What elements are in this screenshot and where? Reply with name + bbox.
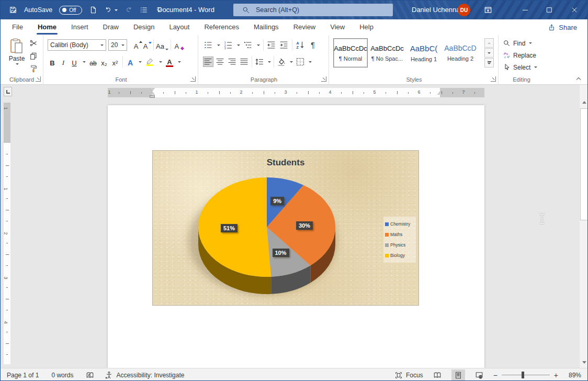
chevron-down-icon[interactable] bbox=[257, 44, 260, 46]
change-case-button[interactable]: Aa bbox=[156, 40, 168, 50]
clear-formatting-button[interactable]: A bbox=[173, 40, 180, 50]
autosave-toggle[interactable]: Off bbox=[59, 6, 82, 15]
print-layout-button[interactable] bbox=[451, 369, 465, 380]
numbering-button[interactable]: 123 bbox=[223, 40, 233, 50]
replace-button[interactable]: bc Replace bbox=[503, 51, 536, 59]
tab-file[interactable]: File bbox=[5, 19, 30, 35]
scrollbar-thumb[interactable] bbox=[580, 108, 588, 220]
pie-data-label-biology[interactable]: 51% bbox=[221, 224, 238, 232]
students-pie-chart[interactable]: Students 9%30%10%51% ChemistryMathsPhysi… bbox=[152, 150, 419, 306]
increase-indent-button[interactable] bbox=[279, 40, 289, 50]
zoom-slider[interactable]: − + bbox=[493, 371, 558, 379]
subscript-button[interactable]: x₂ bbox=[100, 57, 108, 67]
sort-button[interactable]: AZ bbox=[296, 40, 305, 50]
font-color-button[interactable]: A bbox=[166, 57, 173, 67]
tab-insert[interactable]: Insert bbox=[64, 19, 96, 35]
maximize-button[interactable] bbox=[540, 1, 558, 19]
first-line-indent-marker[interactable] bbox=[150, 88, 155, 91]
pie-data-label-chemistry[interactable]: 9% bbox=[270, 197, 284, 205]
tab-help[interactable]: Help bbox=[352, 19, 381, 35]
zoom-percentage[interactable]: 89% bbox=[566, 372, 581, 379]
left-indent-marker[interactable] bbox=[150, 95, 155, 98]
vertical-scrollbar[interactable] bbox=[579, 85, 588, 368]
bold-button[interactable]: B bbox=[49, 57, 56, 67]
tab-review[interactable]: Review bbox=[286, 19, 323, 35]
redo-button[interactable] bbox=[125, 6, 133, 14]
chevron-down-icon[interactable] bbox=[83, 61, 86, 63]
save-icon[interactable] bbox=[9, 6, 17, 14]
chevron-down-icon[interactable] bbox=[139, 61, 142, 63]
horizontal-ruler[interactable]: 11234567 bbox=[108, 88, 484, 97]
undo-dropdown-caret-icon[interactable] bbox=[115, 9, 118, 11]
justify-button[interactable] bbox=[240, 57, 249, 66]
hanging-indent-marker[interactable] bbox=[150, 92, 155, 95]
search-box[interactable]: Search (Alt+Q) bbox=[233, 4, 393, 16]
style-item-heading-2[interactable]: AaBbCcDHeading 2 bbox=[443, 38, 478, 68]
collapse-ribbon-button[interactable] bbox=[576, 77, 581, 82]
zoom-slider-track[interactable] bbox=[502, 375, 550, 376]
borders-button[interactable] bbox=[296, 57, 305, 66]
styles-dialog-launcher[interactable] bbox=[491, 76, 496, 82]
ribbon-display-options-button[interactable] bbox=[484, 6, 492, 14]
bullet-list-icon[interactable] bbox=[140, 6, 148, 14]
style-item-normal[interactable]: AaBbCcDc¶ Normal bbox=[333, 38, 368, 68]
account-name[interactable]: Daniel Uchenna bbox=[412, 1, 460, 19]
line-spacing-button[interactable] bbox=[255, 57, 264, 66]
paragraph-dialog-launcher[interactable] bbox=[321, 76, 326, 82]
underline-button[interactable]: U bbox=[71, 57, 78, 67]
scroll-up-button[interactable] bbox=[580, 97, 588, 107]
legend-item-maths[interactable]: Maths bbox=[385, 229, 414, 240]
close-button[interactable] bbox=[566, 1, 583, 19]
undo-button[interactable] bbox=[104, 6, 118, 14]
styles-more-button[interactable] bbox=[484, 58, 494, 68]
scroll-down-button[interactable] bbox=[580, 357, 588, 367]
tab-draw[interactable]: Draw bbox=[96, 19, 126, 35]
chevron-down-icon[interactable] bbox=[178, 61, 181, 63]
paste-dropdown-caret-icon[interactable] bbox=[16, 63, 19, 65]
font-name-select[interactable]: Calibri (Body) bbox=[48, 39, 106, 51]
tab-home[interactable]: Home bbox=[30, 19, 64, 35]
pie-data-label-physics[interactable]: 10% bbox=[273, 249, 289, 257]
right-indent-marker[interactable] bbox=[437, 92, 443, 95]
chart-legend[interactable]: ChemistryMathsPhysicsBiology bbox=[383, 217, 416, 263]
font-dialog-launcher[interactable] bbox=[190, 76, 196, 82]
pie-data-label-maths[interactable]: 30% bbox=[296, 221, 313, 230]
style-item-heading-1[interactable]: AaBbC(Heading 1 bbox=[406, 38, 441, 68]
show-paragraph-marks-button[interactable]: ¶ bbox=[308, 40, 318, 50]
shading-button[interactable] bbox=[277, 57, 286, 66]
legend-item-chemistry[interactable]: Chemistry bbox=[385, 219, 414, 229]
chevron-down-icon[interactable] bbox=[159, 61, 162, 63]
bullets-button[interactable] bbox=[203, 40, 213, 50]
paste-button[interactable]: Paste bbox=[6, 38, 28, 76]
grow-font-button[interactable]: A bbox=[132, 40, 140, 50]
tab-view[interactable]: View bbox=[323, 19, 352, 35]
focus-button[interactable]: Focus bbox=[394, 371, 423, 379]
strikethrough-button[interactable]: ab bbox=[89, 57, 97, 67]
zoom-slider-thumb[interactable] bbox=[522, 372, 524, 378]
document-page[interactable]: Students 9%30%10%51% ChemistryMathsPhysi… bbox=[108, 105, 484, 368]
new-document-icon[interactable] bbox=[89, 6, 97, 14]
text-highlight-button[interactable] bbox=[145, 58, 154, 66]
align-center-button[interactable] bbox=[216, 57, 225, 66]
superscript-button[interactable]: x² bbox=[111, 57, 119, 67]
styles-scroll-down-button[interactable] bbox=[484, 48, 494, 58]
proofing-status-icon[interactable] bbox=[86, 371, 94, 379]
chevron-down-icon[interactable] bbox=[309, 61, 312, 63]
legend-item-physics[interactable]: Physics bbox=[385, 240, 414, 250]
word-count[interactable]: 0 words bbox=[51, 372, 73, 379]
tab-references[interactable]: References bbox=[197, 19, 246, 35]
read-mode-button[interactable] bbox=[431, 369, 444, 380]
minimize-button[interactable] bbox=[516, 1, 534, 19]
clipboard-dialog-launcher[interactable] bbox=[36, 76, 41, 82]
chevron-down-icon[interactable] bbox=[217, 44, 220, 46]
styles-scroll-up-button[interactable] bbox=[484, 38, 494, 48]
accessibility-status[interactable]: Accessibility: Investigate bbox=[105, 371, 184, 379]
find-button[interactable]: Find bbox=[503, 39, 532, 47]
tab-design[interactable]: Design bbox=[126, 19, 162, 35]
align-left-button[interactable] bbox=[203, 57, 213, 66]
page-count[interactable]: Page 1 of 1 bbox=[7, 372, 39, 379]
decrease-indent-button[interactable] bbox=[267, 40, 276, 50]
web-layout-button[interactable] bbox=[472, 369, 486, 380]
italic-button[interactable]: I bbox=[60, 57, 67, 67]
cut-button[interactable] bbox=[29, 39, 38, 48]
